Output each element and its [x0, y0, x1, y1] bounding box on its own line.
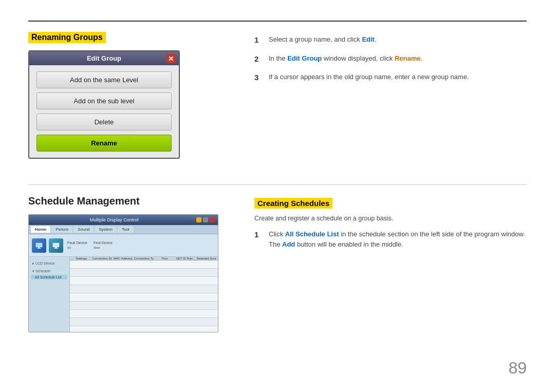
fault-device-label: Fault Device(0): [67, 241, 87, 250]
table-row: [70, 293, 218, 302]
tab-picture[interactable]: Picture: [51, 226, 72, 233]
dialog-close-button[interactable]: [166, 54, 176, 63]
edit-link: Edit: [362, 35, 375, 43]
fault-device-icon: [32, 238, 46, 253]
tab-home[interactable]: Home: [31, 226, 50, 233]
section-divider: [28, 184, 527, 185]
steps-list: 1 Select a group name, and click Edit. 2…: [254, 34, 527, 84]
rename-link: Rename: [395, 54, 421, 62]
all-schedule-list-item[interactable]: All Schedule List: [31, 275, 67, 279]
creating-step-1-num: 1: [254, 229, 263, 249]
ss-titlebar: Multiple Display Control: [29, 215, 218, 225]
ss-toolbar-icons: [32, 238, 63, 253]
table-row: [70, 326, 218, 332]
table-row: [70, 277, 218, 285]
top-rule: [28, 21, 527, 22]
ss-controls: [196, 217, 215, 222]
rename-button[interactable]: Rename: [36, 135, 172, 152]
maximize-btn[interactable]: [203, 217, 208, 222]
edit-group-dialog: Edit Group Add on the same Level Add on …: [28, 50, 180, 159]
creating-steps-list: 1 Click All Schedule List in the schedul…: [254, 229, 527, 249]
table-row: [70, 285, 218, 293]
minimize-btn[interactable]: [196, 217, 201, 222]
renaming-groups-heading: Renaming Groups: [28, 32, 106, 43]
col-mac: MAC Address: [113, 257, 133, 260]
step-2: 2 In the Edit Group window displayed, cl…: [254, 53, 527, 65]
ss-main: ▸ LCD Device ▾ Schedule All Schedule Lis…: [29, 257, 218, 332]
svg-rect-1: [38, 247, 40, 248]
left-column: Renaming Groups Edit Group Add on the sa…: [28, 32, 234, 159]
creating-schedules-subtitle: Create and register a schedule on a grou…: [254, 215, 527, 222]
add-link: Add: [282, 240, 295, 248]
delete-button[interactable]: Delete: [36, 114, 172, 130]
col-port: Port: [155, 257, 175, 260]
col-set-id: SET ID Ran...: [176, 257, 196, 260]
ss-toolbar: Fault Device(0) Find DeviceStart: [29, 234, 218, 257]
col-headers: Settings Connection Status MAC Address C…: [70, 257, 218, 260]
find-device-label: Find DeviceStart: [94, 241, 113, 250]
ss-content: Settings Connection Status MAC Address C…: [70, 257, 218, 332]
page-container: Renaming Groups Edit Group Add on the sa…: [0, 0, 555, 392]
table-row: [70, 302, 218, 310]
top-section: Renaming Groups Edit Group Add on the sa…: [28, 32, 527, 159]
table-row: [70, 318, 218, 326]
table-rows: [70, 260, 218, 332]
dialog-body: Add on the same Level Add on the sub lev…: [29, 65, 179, 158]
svg-rect-2: [37, 248, 41, 249]
table-row: [70, 269, 218, 277]
schedule-screenshot: Multiple Display Control Home Picture So…: [28, 214, 218, 332]
right-column: 1 Select a group name, and click Edit. 2…: [234, 32, 527, 159]
svg-rect-3: [53, 243, 59, 247]
svg-rect-5: [54, 248, 58, 249]
step-3-text: If a cursor appears in the old group nam…: [269, 72, 469, 84]
close-btn[interactable]: [210, 217, 215, 222]
tab-system[interactable]: System: [95, 226, 117, 233]
table-row: [70, 310, 218, 318]
creating-step-1: 1 Click All Schedule List in the schedul…: [254, 229, 527, 249]
ss-sidebar: ▸ LCD Device ▾ Schedule All Schedule Lis…: [29, 257, 70, 332]
step-3-num: 3: [254, 72, 263, 84]
add-sub-level-button[interactable]: Add on the sub level: [36, 92, 172, 109]
all-schedule-list-link: All Schedule List: [285, 230, 339, 238]
tab-tool[interactable]: Tool: [118, 226, 134, 233]
add-same-level-button[interactable]: Add on the same Level: [36, 71, 172, 88]
svg-rect-0: [36, 243, 42, 247]
tab-sound[interactable]: Sound: [73, 226, 94, 233]
bottom-section: Schedule Management Multiple Display Con…: [28, 195, 527, 332]
dialog-titlebar: Edit Group: [29, 51, 179, 65]
step-1-text: Select a group name, and click Edit.: [269, 34, 377, 46]
table-row: [70, 260, 218, 269]
schedule-group: ▾ Schedule: [31, 268, 67, 274]
step-2-num: 2: [254, 53, 263, 65]
lcd-device-group: ▸ LCD Device: [31, 260, 67, 267]
ss-title-text: Multiple Display Control: [32, 217, 196, 222]
page-number: 89: [508, 359, 527, 378]
edit-group-link: Edit Group: [287, 54, 322, 62]
svg-rect-4: [55, 247, 57, 248]
dialog-title: Edit Group: [87, 54, 121, 62]
step-3: 3 If a cursor appears in the old group n…: [254, 72, 527, 84]
step-1: 1 Select a group name, and click Edit.: [254, 34, 527, 46]
schedule-management-heading: Schedule Management: [28, 195, 234, 207]
step-2-text: In the Edit Group window displayed, clic…: [269, 53, 422, 65]
col-detected: Detected Sources: [196, 257, 216, 260]
bottom-right-column: Creating Schedules Create and register a…: [234, 195, 527, 332]
step-1-num: 1: [254, 34, 263, 46]
col-connection-status: Connection Status: [92, 257, 113, 260]
bottom-left-column: Schedule Management Multiple Display Con…: [28, 195, 234, 332]
col-settings: Settings: [71, 257, 91, 260]
creating-schedules-heading: Creating Schedules: [254, 198, 332, 209]
creating-step-1-text: Click All Schedule List in the schedule …: [269, 229, 527, 249]
find-device-icon: [49, 238, 63, 253]
ss-tabbar: Home Picture Sound System Tool: [29, 225, 218, 234]
col-connection-type: Connection Type: [134, 257, 154, 260]
